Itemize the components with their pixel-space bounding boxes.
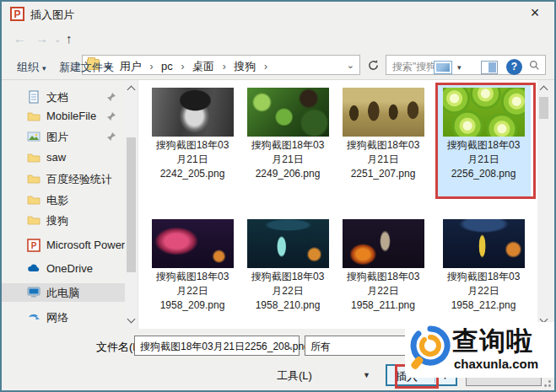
sidebar-item-label: 百度经验统计 [46, 172, 112, 187]
file-name-line: 搜狗截图18年03 [336, 270, 430, 284]
sidebar-item-label: 图片 [46, 130, 68, 145]
up-icon[interactable]: ↑ [66, 31, 73, 46]
organize-label: 组织 [17, 61, 39, 73]
file-item[interactable]: 搜狗截图18年03 月21日 2249_206.png [240, 83, 335, 196]
filelist-scrollbar[interactable] [537, 80, 551, 329]
sidebar-item-label: 电影 [46, 193, 68, 208]
file-name-line: 2242_205.png [145, 167, 240, 181]
pictures-icon [27, 130, 40, 143]
file-name-line: 搜狗截图18年03 [436, 138, 531, 153]
back-icon[interactable]: ← [13, 31, 26, 46]
views-icon[interactable] [434, 61, 452, 74]
file-name-line: 2256_208.png [436, 167, 531, 181]
file-name-line: 月22日 [240, 284, 335, 298]
forward-icon[interactable]: → [35, 31, 48, 46]
file-item[interactable]: 搜狗截图18年03 月22日 1958_212.png [436, 215, 531, 328]
document-icon [27, 90, 40, 104]
folder-icon [27, 151, 40, 164]
tools-label: 工具(L) [277, 368, 312, 384]
scroll-down-icon[interactable] [127, 315, 136, 324]
watermark-title: 查询啦 [452, 324, 533, 359]
sidebar-item-label: saw [46, 151, 66, 164]
file-name-line: 搜狗截图18年03 [336, 138, 430, 153]
tools-button[interactable]: 工具(L) ▼ [270, 364, 377, 386]
file-name-line: 月21日 [240, 153, 335, 167]
command-bar: 组织▾ 新建文件夹 ▾ ? [2, 54, 554, 80]
folder-icon [27, 172, 40, 185]
folder-icon [27, 110, 40, 123]
thumbnail-churchill-photo [152, 88, 234, 137]
sidebar-item-label: 文档 [46, 90, 68, 105]
file-name-line: 1958_209.png [145, 298, 240, 313]
powerpoint-icon: P [27, 239, 40, 252]
preview-pane-icon[interactable] [481, 61, 498, 74]
pin-icon [106, 132, 116, 142]
file-name-line: 搜狗截图18年03 [240, 270, 335, 284]
chevron-down-icon: ▾ [42, 64, 46, 72]
thumbnail-kiwi-photo [443, 88, 525, 137]
folder-icon [27, 213, 40, 227]
file-item[interactable]: 搜狗截图18年03 月21日 2242_205.png [145, 83, 240, 196]
file-item[interactable]: 搜狗截图18年03 月22日 1958_209.png [145, 215, 240, 328]
file-name-line: 2249_206.png [240, 167, 335, 181]
sidebar-item-pictures[interactable]: 图片 [2, 127, 125, 146]
sidebar-item-label: OneDrive [46, 262, 93, 275]
sidebar-item-label: Microsoft Power [46, 239, 125, 251]
file-item[interactable]: 搜狗截图18年03 月21日 2251_207.png [336, 83, 430, 196]
chaxunla-logo-icon [408, 325, 452, 373]
new-folder-button[interactable]: 新建文件夹 [59, 60, 114, 75]
title-bar: P 插入图片 × [2, 2, 554, 25]
sidebar-item-this-pc[interactable]: 此电脑 [2, 283, 125, 302]
file-item[interactable]: 搜狗截图18年03 月22日 1958_211.png [336, 215, 430, 328]
file-name-line: 搜狗截图18年03 [145, 270, 240, 284]
views-dropdown-icon[interactable]: ▾ [457, 63, 462, 72]
sidebar-item-mobilefile[interactable]: MobileFile [2, 107, 125, 126]
filename-value: 搜狗截图18年03月21日2256_208.png [140, 340, 310, 354]
sidebar-scrollbar[interactable] [125, 80, 138, 329]
scrollbar-thumb[interactable] [127, 137, 136, 272]
navigation-pane: 文档 MobileFile 图片 saw 百度经验统计 电影 搜狗 [2, 80, 125, 329]
thumbnail-forest-photo [247, 88, 329, 137]
sidebar-item-sogou[interactable]: 搜狗 [2, 211, 125, 229]
thumbnail-game-screenshot [247, 219, 329, 268]
scroll-up-icon[interactable] [540, 86, 548, 94]
folder-icon [27, 193, 40, 207]
watermark-domain: chaxunla.com [454, 357, 538, 371]
scroll-up-icon[interactable] [127, 86, 136, 94]
insert-picture-dialog: P 插入图片 × ← → ⌄ ↑ « 用户 › pc › 桌面 › 搜狗 › ⌄ [0, 0, 556, 392]
scrollbar-thumb[interactable] [539, 97, 548, 119]
file-name-line: 搜狗截图18年03 [436, 270, 531, 284]
file-name-line: 月21日 [436, 153, 531, 167]
sidebar-item-network[interactable]: 网络 [2, 308, 125, 326]
thumbnail-game-screenshot [152, 219, 234, 268]
file-item[interactable]: 搜狗截图18年03 月22日 1958_210.png [240, 215, 335, 328]
help-icon[interactable]: ? [506, 59, 522, 75]
sidebar-item-saw[interactable]: saw [2, 148, 125, 167]
resize-grip[interactable] [544, 380, 551, 387]
thumbnail-haystacks-photo [343, 88, 424, 137]
sidebar-item-microsoft-powerpoint[interactable]: P Microsoft Power [2, 236, 125, 255]
organize-button[interactable]: 组织▾ [17, 60, 46, 75]
file-item-selected[interactable]: 搜狗截图18年03 月21日 2256_208.png [436, 83, 531, 196]
powerpoint-app-icon: P [10, 7, 24, 21]
svg-text:P: P [31, 241, 37, 250]
onedrive-cloud-icon [27, 262, 40, 276]
sidebar-item-movies[interactable]: 电影 [2, 191, 125, 209]
pin-icon [106, 92, 116, 102]
sidebar-item-label: 此电脑 [46, 286, 79, 301]
sidebar-item-onedrive[interactable]: OneDrive [2, 260, 125, 278]
chevron-down-icon[interactable]: ⌄ [287, 341, 294, 351]
filename-combobox[interactable]: 搜狗截图18年03月21日2256_208.png ⌄ [134, 336, 300, 356]
recent-locations-icon[interactable]: ⌄ [54, 35, 61, 44]
watermark-chaxunla: 查询啦 chaxunla.com [405, 322, 556, 378]
close-icon[interactable]: × [526, 4, 544, 22]
sidebar-item-baidu-stats[interactable]: 百度经验统计 [2, 169, 125, 188]
file-list: 搜狗截图18年03 月21日 2242_205.png 搜狗截图18年03 月2… [138, 80, 537, 329]
file-name-line: 1958_212.png [436, 298, 531, 313]
sidebar-item-documents[interactable]: 文档 [2, 88, 125, 106]
file-name-line: 月22日 [436, 284, 531, 298]
chevron-down-icon: ▼ [363, 371, 370, 379]
file-name-line: 1958_211.png [336, 298, 430, 313]
file-name-line: 2251_207.png [336, 167, 430, 181]
network-icon [27, 310, 40, 324]
